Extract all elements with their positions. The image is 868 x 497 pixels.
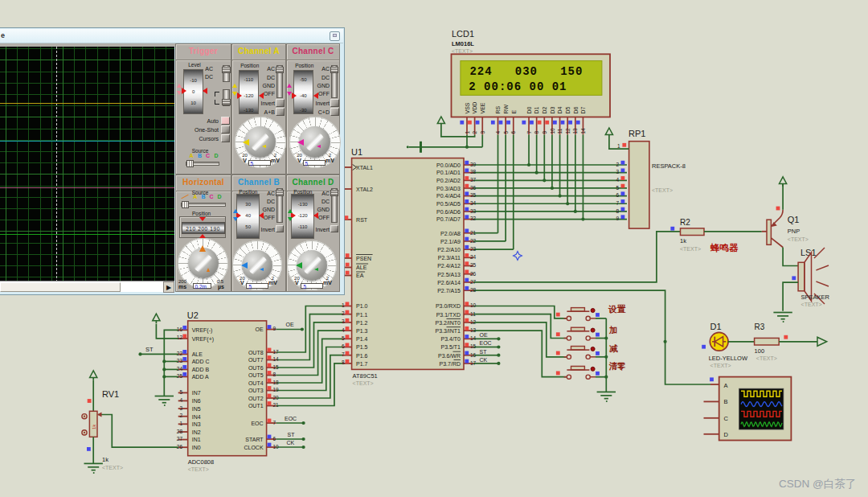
svg-text:P3.5/T1: P3.5/T1 — [440, 344, 461, 350]
svg-text:<TEXT>: <TEXT> — [710, 363, 731, 368]
svg-text:P0.4/AD4: P0.4/AD4 — [436, 193, 461, 199]
svg-text:P0.0/AD0: P0.0/AD0 — [436, 162, 461, 168]
svg-text:CLOCK: CLOCK — [244, 445, 263, 450]
svg-text:EA: EA — [356, 273, 364, 278]
svg-text:24: 24 — [470, 254, 477, 260]
svg-text:2: 2 — [179, 413, 182, 418]
svg-text:CK: CK — [480, 357, 488, 363]
svg-text:P3.1/TXD: P3.1/TXD — [436, 312, 461, 318]
svg-text:RP1: RP1 — [628, 129, 645, 138]
svg-text:1k: 1k — [680, 237, 686, 244]
svg-text:ALE: ALE — [356, 265, 367, 270]
svg-text:13: 13 — [470, 327, 477, 333]
svg-text:5: 5 — [616, 185, 619, 191]
svg-text:R3: R3 — [755, 322, 765, 331]
svg-text:38: 38 — [470, 169, 477, 175]
svg-text:1k: 1k — [102, 456, 108, 463]
svg-text:4: 4 — [616, 177, 619, 183]
svg-text:D0: D0 — [526, 106, 532, 113]
svg-text:PSEN: PSEN — [356, 256, 371, 261]
svg-text:P1.6: P1.6 — [356, 353, 368, 359]
svg-text:<TEXT>: <TEXT> — [452, 48, 473, 54]
svg-text:VDD: VDD — [472, 102, 477, 114]
svg-text:RV1: RV1 — [102, 389, 119, 399]
svg-text:35: 35 — [470, 192, 477, 198]
svg-text:LCD1: LCD1 — [452, 29, 474, 39]
svg-text:D7: D7 — [580, 106, 586, 113]
svg-text:OUT6: OUT6 — [248, 365, 264, 371]
svg-text:P1.3: P1.3 — [356, 328, 368, 334]
svg-text:8: 8 — [616, 208, 619, 214]
svg-text:P0.7/AD7: P0.7/AD7 — [436, 216, 461, 222]
svg-text:5: 5 — [342, 335, 345, 341]
svg-text:20: 20 — [273, 395, 280, 400]
svg-text:12: 12 — [565, 128, 571, 134]
svg-text:7: 7 — [526, 131, 532, 134]
svg-text:ST: ST — [145, 346, 154, 353]
svg-text:OE: OE — [286, 322, 294, 327]
svg-text:P0.6/AD6: P0.6/AD6 — [436, 209, 461, 215]
svg-text:P2.5/A13: P2.5/A13 — [437, 272, 461, 277]
svg-text:ST: ST — [288, 432, 296, 437]
svg-text:12: 12 — [177, 335, 183, 340]
svg-text:IN2: IN2 — [192, 429, 201, 435]
svg-text:23: 23 — [177, 358, 183, 364]
svg-text:OUT1: OUT1 — [248, 403, 264, 409]
svg-text:10: 10 — [470, 302, 477, 308]
svg-text:EOC: EOC — [480, 340, 492, 346]
svg-text:OUT3: OUT3 — [248, 388, 264, 393]
svg-text:<TEXT>: <TEXT> — [801, 302, 822, 307]
svg-text:<TEXT>: <TEXT> — [353, 380, 374, 386]
svg-text:10: 10 — [273, 444, 280, 450]
svg-text:2: 2 — [472, 131, 477, 134]
svg-text:P0.1/AD1: P0.1/AD1 — [436, 170, 461, 175]
svg-text:26: 26 — [470, 271, 477, 277]
svg-text:CSDN @白茶了: CSDN @白茶了 — [779, 478, 856, 490]
svg-text:IN6: IN6 — [192, 398, 201, 404]
svg-text:IN4: IN4 — [192, 414, 201, 420]
svg-text:RESPACK-8: RESPACK-8 — [652, 162, 686, 170]
svg-text:<TEXT>: <TEXT> — [788, 236, 809, 242]
svg-text:PNP: PNP — [788, 228, 800, 235]
svg-text:P3.4/T0: P3.4/T0 — [440, 336, 461, 342]
svg-text:蜂鸣器: 蜂鸣器 — [710, 243, 739, 253]
svg-text:D3: D3 — [550, 106, 555, 113]
svg-text:D2: D2 — [542, 106, 547, 113]
svg-text:VREF(-): VREF(-) — [192, 327, 213, 334]
svg-text:OUT7: OUT7 — [248, 357, 264, 363]
svg-text:VREF(+): VREF(+) — [192, 336, 214, 343]
svg-text:25: 25 — [470, 262, 477, 268]
svg-text:2: 2 — [342, 310, 345, 316]
svg-text:EOC: EOC — [285, 416, 297, 421]
svg-text:ALE: ALE — [192, 351, 203, 357]
svg-text:OUT5: OUT5 — [248, 372, 264, 378]
svg-text:<TEXT>: <TEXT> — [680, 246, 701, 252]
svg-text:6: 6 — [510, 131, 516, 134]
svg-text:3: 3 — [179, 405, 182, 411]
svg-text:OE: OE — [255, 327, 263, 332]
svg-text:OUT2: OUT2 — [248, 396, 264, 401]
svg-text:17: 17 — [273, 349, 280, 355]
svg-text:ADD A: ADD A — [192, 374, 209, 380]
svg-text:21: 21 — [273, 402, 280, 408]
svg-text:27: 27 — [470, 279, 477, 285]
svg-text:5: 5 — [179, 389, 182, 395]
svg-text:CK: CK — [287, 440, 295, 446]
svg-text:8: 8 — [273, 372, 276, 377]
svg-text:XTAL2: XTAL2 — [356, 187, 373, 192]
svg-text:1k: 1k — [92, 424, 96, 429]
svg-text:XTAL1: XTAL1 — [356, 165, 373, 170]
svg-text:P2.6/A14: P2.6/A14 — [437, 280, 461, 285]
svg-text:U2: U2 — [187, 310, 199, 320]
svg-text:LM016L: LM016L — [452, 40, 474, 47]
svg-text:IN3: IN3 — [192, 421, 201, 427]
svg-text:<TEXT>: <TEXT> — [652, 187, 673, 193]
svg-text:37: 37 — [470, 177, 477, 183]
svg-text:ADD C: ADD C — [192, 359, 210, 364]
svg-text:2 00:06 00 01: 2 00:06 00 01 — [469, 80, 567, 93]
svg-text:11: 11 — [470, 311, 476, 317]
svg-text:9: 9 — [273, 326, 276, 331]
svg-text:18: 18 — [273, 380, 280, 385]
svg-text:START: START — [245, 437, 264, 442]
svg-text:1: 1 — [342, 302, 345, 308]
